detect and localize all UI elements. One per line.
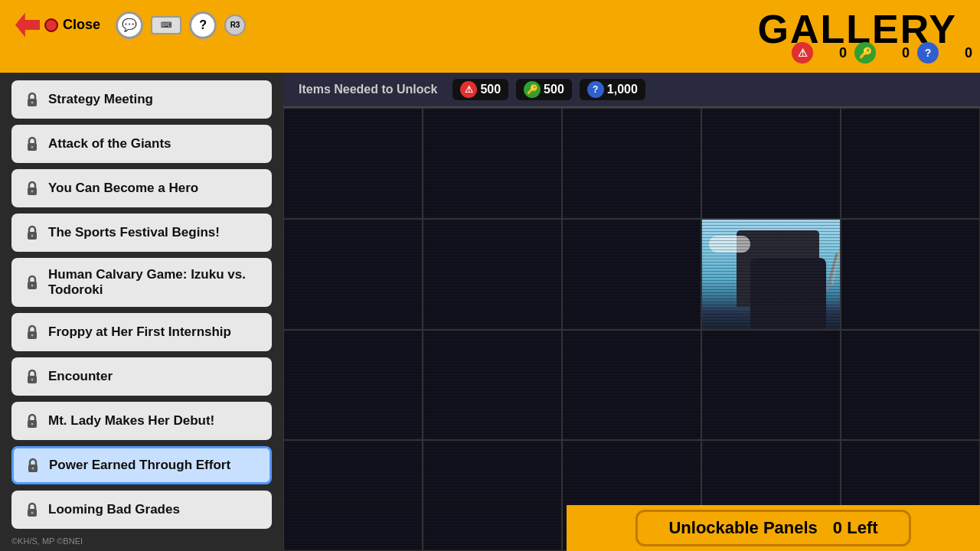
sidebar-item-label: Human Calvary Game: Izuku vs. Todoroki xyxy=(48,267,260,298)
currency-green: 🔑 0 xyxy=(854,42,910,64)
lock-icon xyxy=(24,91,41,108)
gallery-preview-image xyxy=(702,220,840,329)
table-row[interactable] xyxy=(562,330,701,441)
lock-icon xyxy=(24,412,41,429)
top-icons-group: 💬 ⌨ ? R3 xyxy=(116,11,246,39)
sidebar-item-label: Attack of the Giants xyxy=(48,136,172,152)
svg-point-1 xyxy=(31,102,34,104)
currency-red-icon: ⚠ xyxy=(792,42,813,64)
unlock-blue-icon: ? xyxy=(587,81,604,98)
lock-icon xyxy=(24,457,41,474)
unlock-banner: Items Needed to Unlock ⚠ 500 🔑 500 ? 1,0… xyxy=(283,73,980,108)
sidebar-item-encounter[interactable]: Encounter xyxy=(11,357,272,396)
sidebar-item-label: Mt. Lady Makes Her Debut! xyxy=(48,413,214,429)
table-row[interactable] xyxy=(283,440,423,551)
unlock-red-icon: ⚠ xyxy=(460,81,477,98)
table-row[interactable] xyxy=(701,108,841,219)
sidebar-item-attack-of-giants[interactable]: Attack of the Giants xyxy=(11,125,272,163)
currency-blue-icon: ? xyxy=(917,42,939,64)
unlock-green-value: 500 xyxy=(544,83,564,96)
r3-badge-icon: R3 xyxy=(224,15,246,36)
table-row[interactable] xyxy=(423,330,562,441)
currency-green-icon: 🔑 xyxy=(854,42,876,64)
lock-icon xyxy=(24,274,41,291)
keyboard-icon: ⌨ xyxy=(151,16,181,34)
svg-point-9 xyxy=(31,285,34,287)
table-row[interactable] xyxy=(701,219,841,330)
close-label: Close xyxy=(63,17,100,33)
currency-bar: ⚠ 0 🔑 0 ? 0 xyxy=(792,42,972,64)
help-icon-button[interactable]: ? xyxy=(189,11,217,39)
main-content: Strategy Meeting Attack of the Giants Yo… xyxy=(0,73,980,551)
sidebar: Strategy Meeting Attack of the Giants Yo… xyxy=(0,73,283,551)
unlock-cost-blue: ? 1,000 xyxy=(580,79,645,100)
gallery-grid xyxy=(283,108,980,551)
sidebar-item-label: Encounter xyxy=(48,369,113,384)
sidebar-item-label: You Can Become a Hero xyxy=(48,181,198,196)
svg-point-11 xyxy=(31,334,34,337)
back-arrow-icon xyxy=(15,13,40,37)
lock-icon xyxy=(24,180,41,197)
sidebar-item-label: The Sports Festival Begins! xyxy=(48,225,220,240)
chat-icon-button[interactable]: 💬 xyxy=(116,11,143,39)
lock-icon xyxy=(24,368,41,385)
close-button[interactable]: Close xyxy=(15,13,100,37)
lock-icon xyxy=(24,224,41,241)
table-row[interactable] xyxy=(423,219,562,330)
lock-icon xyxy=(24,324,41,341)
table-row[interactable] xyxy=(283,330,423,441)
unlock-green-icon: 🔑 xyxy=(524,81,541,98)
unlock-blue-value: 1,000 xyxy=(607,83,638,96)
unlockable-panels-button[interactable]: Unlockable Panels 0 Left xyxy=(635,510,910,546)
unlockable-panels-label: Unlockable Panels xyxy=(668,518,817,538)
svg-point-3 xyxy=(31,146,34,148)
sidebar-item-froppy-internship[interactable]: Froppy at Her First Internship xyxy=(11,313,272,351)
currency-red: ⚠ 0 xyxy=(792,42,847,64)
table-row[interactable] xyxy=(701,330,841,441)
copyright-text: ©KH/S, MP ©BNEI xyxy=(11,536,83,547)
table-row[interactable] xyxy=(423,108,562,219)
table-row[interactable] xyxy=(841,108,980,219)
table-row[interactable] xyxy=(562,219,701,330)
svg-point-13 xyxy=(31,379,34,381)
sidebar-item-looming-bad-grades[interactable]: Looming Bad Grades xyxy=(11,491,272,529)
table-row[interactable] xyxy=(283,108,423,219)
lock-icon xyxy=(24,501,41,518)
table-row[interactable] xyxy=(283,219,423,330)
sidebar-item-label: Froppy at Her First Internship xyxy=(48,324,231,340)
sidebar-item-label: Power Earned Through Effort xyxy=(49,458,230,473)
table-row[interactable] xyxy=(841,330,980,441)
sidebar-item-label: Strategy Meeting xyxy=(48,92,153,107)
sidebar-item-label: Looming Bad Grades xyxy=(48,502,180,517)
svg-point-19 xyxy=(31,512,34,514)
currency-blue-value: 0 xyxy=(942,45,972,61)
sidebar-item-you-can-become-hero[interactable]: You Can Become a Hero xyxy=(11,169,272,207)
currency-blue: ? 0 xyxy=(917,42,972,64)
table-row[interactable] xyxy=(423,440,562,551)
bottom-bar: Unlockable Panels 0 Left xyxy=(567,505,980,551)
unlock-banner-label: Items Needed to Unlock xyxy=(299,83,437,96)
sidebar-item-sports-festival[interactable]: The Sports Festival Begins! xyxy=(11,214,272,252)
unlockable-panels-count: 0 Left xyxy=(833,518,878,538)
unlock-cost-green: 🔑 500 xyxy=(516,79,572,100)
sidebar-item-strategy-meeting[interactable]: Strategy Meeting xyxy=(11,80,272,119)
close-circle-icon xyxy=(44,18,58,32)
currency-green-value: 0 xyxy=(879,45,910,61)
currency-red-value: 0 xyxy=(816,45,847,61)
sidebar-item-human-calvary-game[interactable]: Human Calvary Game: Izuku vs. Todoroki xyxy=(11,258,272,307)
svg-point-17 xyxy=(32,468,34,470)
svg-point-5 xyxy=(31,191,34,193)
table-row[interactable] xyxy=(841,219,980,330)
lock-icon xyxy=(24,135,41,152)
gallery-panel: Items Needed to Unlock ⚠ 500 🔑 500 ? 1,0… xyxy=(283,73,980,551)
table-row[interactable] xyxy=(562,108,701,219)
sidebar-item-power-earned[interactable]: Power Earned Through Effort xyxy=(11,446,272,484)
unlock-red-value: 500 xyxy=(480,83,501,96)
unlock-cost-red: ⚠ 500 xyxy=(452,79,508,100)
svg-point-7 xyxy=(31,235,34,237)
sidebar-item-mt-lady[interactable]: Mt. Lady Makes Her Debut! xyxy=(11,402,272,440)
svg-point-15 xyxy=(31,423,34,425)
